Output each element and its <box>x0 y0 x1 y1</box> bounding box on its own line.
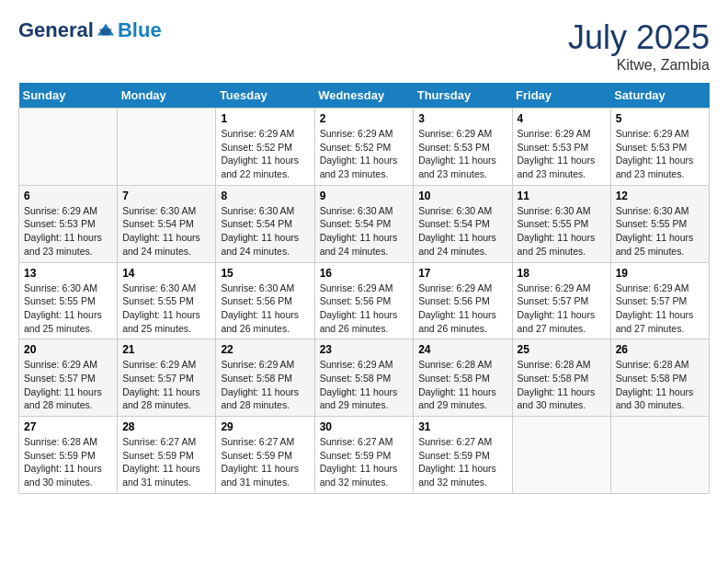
day-number: 4 <box>518 112 606 125</box>
table-row <box>118 109 216 186</box>
title-block: July 2025 Kitwe, Zambia <box>568 18 710 74</box>
logo-general: General <box>18 18 94 42</box>
day-info: Sunrise: 6:29 AM Sunset: 5:52 PM Dayligh… <box>221 127 309 181</box>
calendar-header-row: Sunday Monday Tuesday Wednesday Thursday… <box>19 83 710 109</box>
day-number: 9 <box>320 190 409 202</box>
day-number: 24 <box>418 343 506 356</box>
calendar-week-4: 20Sunrise: 6:29 AM Sunset: 5:57 PM Dayli… <box>19 339 710 417</box>
table-row: 2Sunrise: 6:29 AM Sunset: 5:52 PM Daylig… <box>314 109 414 186</box>
logo-icon <box>96 20 116 40</box>
table-row: 16Sunrise: 6:29 AM Sunset: 5:56 PM Dayli… <box>314 262 414 339</box>
day-info: Sunrise: 6:30 AM Sunset: 5:56 PM Dayligh… <box>221 282 309 336</box>
table-row: 3Sunrise: 6:29 AM Sunset: 5:53 PM Daylig… <box>414 109 512 186</box>
day-info: Sunrise: 6:30 AM Sunset: 5:54 PM Dayligh… <box>122 204 210 259</box>
day-info: Sunrise: 6:28 AM Sunset: 5:58 PM Dayligh… <box>418 358 506 412</box>
day-info: Sunrise: 6:29 AM Sunset: 5:53 PM Dayligh… <box>24 204 112 259</box>
calendar-table: Sunday Monday Tuesday Wednesday Thursday… <box>18 83 710 494</box>
col-tuesday: Tuesday <box>216 83 314 109</box>
day-number: 31 <box>418 420 506 433</box>
day-info: Sunrise: 6:29 AM Sunset: 5:52 PM Dayligh… <box>320 127 409 181</box>
table-row: 27Sunrise: 6:28 AM Sunset: 5:59 PM Dayli… <box>19 417 118 494</box>
day-number: 17 <box>418 267 506 280</box>
day-info: Sunrise: 6:30 AM Sunset: 5:54 PM Dayligh… <box>418 204 506 259</box>
table-row: 14Sunrise: 6:30 AM Sunset: 5:55 PM Dayli… <box>118 262 216 339</box>
table-row <box>19 109 118 186</box>
calendar-week-2: 6Sunrise: 6:29 AM Sunset: 5:53 PM Daylig… <box>19 185 710 262</box>
day-info: Sunrise: 6:30 AM Sunset: 5:55 PM Dayligh… <box>518 204 606 259</box>
day-number: 26 <box>616 343 704 356</box>
table-row: 11Sunrise: 6:30 AM Sunset: 5:55 PM Dayli… <box>512 185 610 262</box>
table-row: 7Sunrise: 6:30 AM Sunset: 5:54 PM Daylig… <box>118 185 216 262</box>
table-row: 1Sunrise: 6:29 AM Sunset: 5:52 PM Daylig… <box>216 109 314 186</box>
day-info: Sunrise: 6:28 AM Sunset: 5:58 PM Dayligh… <box>518 358 606 412</box>
table-row: 28Sunrise: 6:27 AM Sunset: 5:59 PM Dayli… <box>118 417 216 494</box>
day-info: Sunrise: 6:29 AM Sunset: 5:57 PM Dayligh… <box>518 282 606 336</box>
day-number: 13 <box>24 267 112 280</box>
day-info: Sunrise: 6:29 AM Sunset: 5:56 PM Dayligh… <box>320 282 409 336</box>
table-row: 30Sunrise: 6:27 AM Sunset: 5:59 PM Dayli… <box>314 417 414 494</box>
day-number: 29 <box>221 420 309 433</box>
day-info: Sunrise: 6:27 AM Sunset: 5:59 PM Dayligh… <box>418 435 506 489</box>
day-number: 28 <box>122 420 210 433</box>
day-number: 11 <box>518 190 606 202</box>
table-row: 13Sunrise: 6:30 AM Sunset: 5:55 PM Dayli… <box>19 262 118 339</box>
col-wednesday: Wednesday <box>314 83 414 109</box>
day-info: Sunrise: 6:30 AM Sunset: 5:55 PM Dayligh… <box>616 204 704 259</box>
day-number: 21 <box>122 343 210 356</box>
day-info: Sunrise: 6:29 AM Sunset: 5:57 PM Dayligh… <box>122 358 210 412</box>
day-number: 19 <box>616 267 704 280</box>
day-number: 3 <box>418 112 506 125</box>
page-header: General Blue July 2025 Kitwe, Zambia <box>18 18 710 74</box>
table-row: 31Sunrise: 6:27 AM Sunset: 5:59 PM Dayli… <box>414 417 512 494</box>
day-number: 10 <box>418 190 506 202</box>
day-number: 14 <box>122 267 210 280</box>
table-row: 10Sunrise: 6:30 AM Sunset: 5:54 PM Dayli… <box>414 185 512 262</box>
day-info: Sunrise: 6:29 AM Sunset: 5:53 PM Dayligh… <box>616 127 704 181</box>
day-info: Sunrise: 6:29 AM Sunset: 5:53 PM Dayligh… <box>518 127 606 181</box>
day-info: Sunrise: 6:29 AM Sunset: 5:56 PM Dayligh… <box>418 282 506 336</box>
table-row: 29Sunrise: 6:27 AM Sunset: 5:59 PM Dayli… <box>216 417 314 494</box>
day-number: 1 <box>221 112 309 125</box>
calendar-week-1: 1Sunrise: 6:29 AM Sunset: 5:52 PM Daylig… <box>19 109 710 186</box>
logo: General Blue <box>18 18 162 42</box>
table-row: 20Sunrise: 6:29 AM Sunset: 5:57 PM Dayli… <box>19 339 118 417</box>
day-info: Sunrise: 6:28 AM Sunset: 5:58 PM Dayligh… <box>616 358 704 412</box>
day-number: 5 <box>616 112 704 125</box>
table-row: 5Sunrise: 6:29 AM Sunset: 5:53 PM Daylig… <box>610 109 709 186</box>
day-info: Sunrise: 6:27 AM Sunset: 5:59 PM Dayligh… <box>221 435 309 489</box>
day-info: Sunrise: 6:30 AM Sunset: 5:55 PM Dayligh… <box>122 282 210 336</box>
day-info: Sunrise: 6:27 AM Sunset: 5:59 PM Dayligh… <box>122 435 210 489</box>
day-info: Sunrise: 6:27 AM Sunset: 5:59 PM Dayligh… <box>320 435 409 489</box>
day-number: 22 <box>221 343 309 356</box>
table-row: 12Sunrise: 6:30 AM Sunset: 5:55 PM Dayli… <box>610 185 709 262</box>
day-number: 27 <box>24 420 112 433</box>
table-row: 18Sunrise: 6:29 AM Sunset: 5:57 PM Dayli… <box>512 262 610 339</box>
table-row: 6Sunrise: 6:29 AM Sunset: 5:53 PM Daylig… <box>19 185 118 262</box>
table-row <box>610 417 709 494</box>
day-number: 6 <box>24 190 112 202</box>
day-info: Sunrise: 6:29 AM Sunset: 5:57 PM Dayligh… <box>24 358 112 412</box>
day-info: Sunrise: 6:29 AM Sunset: 5:57 PM Dayligh… <box>616 282 704 336</box>
table-row: 22Sunrise: 6:29 AM Sunset: 5:58 PM Dayli… <box>216 339 314 417</box>
col-monday: Monday <box>118 83 216 109</box>
col-sunday: Sunday <box>19 83 118 109</box>
col-saturday: Saturday <box>610 83 709 109</box>
day-number: 23 <box>320 343 409 356</box>
col-friday: Friday <box>512 83 610 109</box>
table-row: 26Sunrise: 6:28 AM Sunset: 5:58 PM Dayli… <box>610 339 709 417</box>
location: Kitwe, Zambia <box>568 57 710 74</box>
day-number: 20 <box>24 343 112 356</box>
table-row: 25Sunrise: 6:28 AM Sunset: 5:58 PM Dayli… <box>512 339 610 417</box>
day-info: Sunrise: 6:30 AM Sunset: 5:54 PM Dayligh… <box>221 204 309 259</box>
table-row: 8Sunrise: 6:30 AM Sunset: 5:54 PM Daylig… <box>216 185 314 262</box>
table-row: 19Sunrise: 6:29 AM Sunset: 5:57 PM Dayli… <box>610 262 709 339</box>
table-row: 15Sunrise: 6:30 AM Sunset: 5:56 PM Dayli… <box>216 262 314 339</box>
day-number: 12 <box>616 190 704 202</box>
logo-blue: Blue <box>118 18 162 42</box>
calendar-week-3: 13Sunrise: 6:30 AM Sunset: 5:55 PM Dayli… <box>19 262 710 339</box>
table-row: 9Sunrise: 6:30 AM Sunset: 5:54 PM Daylig… <box>314 185 414 262</box>
table-row: 21Sunrise: 6:29 AM Sunset: 5:57 PM Dayli… <box>118 339 216 417</box>
table-row <box>512 417 610 494</box>
day-info: Sunrise: 6:30 AM Sunset: 5:54 PM Dayligh… <box>320 204 409 259</box>
day-info: Sunrise: 6:30 AM Sunset: 5:55 PM Dayligh… <box>24 282 112 336</box>
